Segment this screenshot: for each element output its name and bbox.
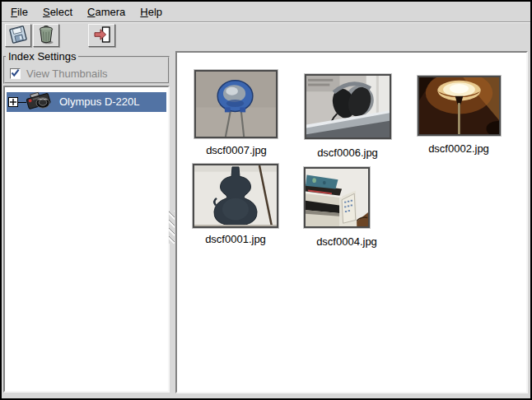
tree-item-label: Olympus D-220L (59, 92, 140, 112)
photo-headphones (306, 76, 390, 137)
photo-guitar-case (194, 165, 277, 226)
exit-icon (92, 25, 112, 47)
menu-help-accel: H (140, 6, 147, 18)
delete-button[interactable] (33, 24, 59, 47)
menu-camera[interactable]: Camera (86, 4, 127, 20)
expand-plus-icon[interactable] (8, 97, 18, 107)
menu-select-accel: S (43, 6, 50, 18)
thumbnail-filename: dscf0007.jpg (179, 144, 294, 156)
photo-capacitor (196, 72, 276, 137)
pane-splitter-grip[interactable] (169, 211, 175, 244)
trash-icon (36, 24, 56, 47)
menu-select[interactable]: Select (41, 4, 74, 20)
thumbnail-filename: dscf0004.jpg (289, 235, 404, 248)
menu-file-accel: F (11, 6, 17, 18)
thumbnail-dscf0006[interactable] (305, 74, 391, 139)
checkmark-icon (11, 67, 20, 80)
menu-select-rest: elect (50, 6, 72, 18)
view-thumbnails-row[interactable]: View Thumbnails (10, 67, 108, 80)
thumbnail-filename: dscf0002.jpg (401, 142, 516, 155)
menubar-separator (2, 21, 530, 23)
save-icon (8, 25, 28, 47)
view-thumbnails-label[interactable]: View Thumbnails (26, 67, 108, 80)
thumbnail-dscf0004[interactable] (304, 167, 370, 228)
camera-tree: Olympus D-220L (3, 86, 170, 393)
save-button[interactable] (5, 24, 31, 47)
menu-camera-rest: amera (96, 6, 126, 18)
menubar: File Select Camera Help (2, 2, 530, 21)
menu-camera-accel: C (87, 6, 95, 18)
thumbnail-dscf0001[interactable] (193, 164, 278, 228)
exit-button[interactable] (88, 24, 115, 47)
menu-file-rest: ile (17, 6, 28, 18)
photo-lamp (419, 77, 499, 134)
thumbnail-dscf0002[interactable] (418, 76, 501, 136)
thumbnail-filename: dscf0006.jpg (290, 147, 405, 159)
photo-printer (306, 169, 368, 226)
menu-help-rest: elp (148, 6, 162, 18)
index-settings-label: Index Settings (6, 50, 78, 63)
camera-icon (25, 90, 54, 112)
menu-file[interactable]: File (9, 4, 30, 20)
thumbnail-filename: dscf0001.jpg (178, 233, 293, 245)
menu-help[interactable]: Help (138, 4, 164, 20)
application-window: File Select Camera Help (0, 0, 532, 400)
thumbnail-dscf0007[interactable] (194, 70, 278, 138)
view-thumbnails-checkbox[interactable] (10, 68, 21, 79)
